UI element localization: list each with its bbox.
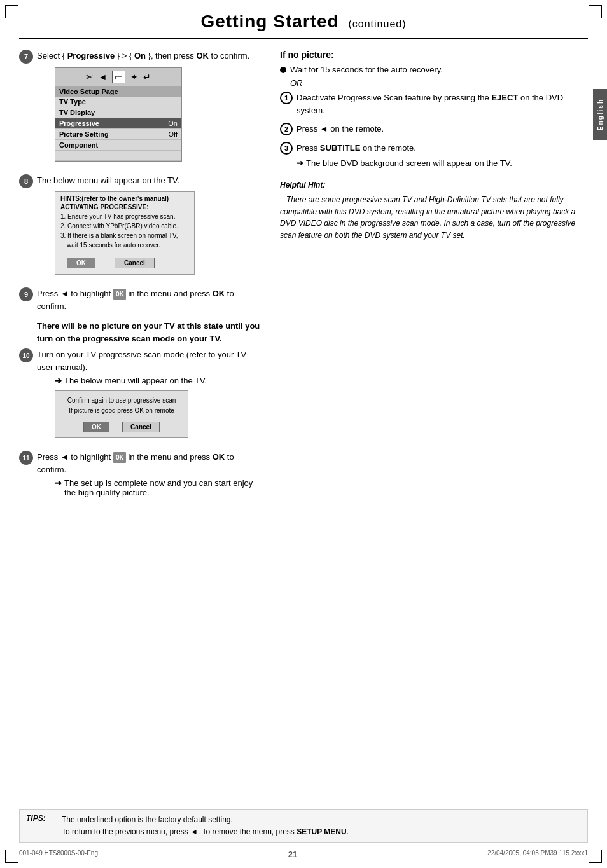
step-11-content: Press ◄ to highlight OK in the menu and …: [37, 451, 261, 497]
right-bullet-1: Wait for 15 seconds for the auto recover…: [280, 65, 588, 74]
step-7: 7 Select { Progressive } > { On }, then …: [19, 50, 261, 167]
footer-center: 21: [288, 850, 297, 859]
or-text: OR: [290, 78, 588, 88]
right-step-3-number: 3: [280, 142, 293, 155]
right-bullet-1-text: Wait for 15 seconds for the auto recover…: [290, 65, 443, 74]
main-content: 7 Select { Progressive } > { On }, then …: [0, 39, 607, 511]
tips-bar: TIPS: The underlined option is the facto…: [19, 809, 588, 843]
right-step-3: 3 Press SUBTITLE on the remote. ➔ The bl…: [280, 142, 588, 169]
step-8: 8 The below menu will appear on the TV. …: [19, 174, 261, 280]
step-7-text: Select { Progressive } > { On }, then pr…: [37, 50, 261, 62]
corner-mark-bl: [5, 850, 18, 863]
warning-text: There will be no picture on your TV at t…: [37, 320, 261, 345]
page-title: Getting Started (continued): [45, 11, 562, 32]
back-icon: ◄: [99, 72, 108, 82]
step-10-content: Turn on your TV progressive scan mode (r…: [37, 348, 261, 443]
footer-left: 001-049 HTS8000S-00-Eng: [19, 850, 98, 859]
right-step-2-number: 2: [280, 123, 293, 135]
hints-line4: wait 15 seconds for auto recover.: [60, 241, 189, 250]
vsp-row-component: Component: [55, 140, 181, 151]
footer-right: 22/04/2005, 04:05 PM39 115 2xxx1: [487, 850, 588, 859]
if-no-picture-title: If no picture:: [280, 50, 588, 60]
step-11-text: Press ◄ to highlight OK in the menu and …: [37, 451, 261, 476]
language-tab: English: [593, 89, 607, 140]
hints-line1: 1. Ensure your TV has progressive scan.: [60, 212, 189, 221]
step-8-content: The below menu will appear on the TV. HI…: [37, 174, 261, 280]
hints-line2: 2. Connect with YPbPr(GBR) video cable.: [60, 222, 189, 231]
step-10: 10 Turn on your TV progressive scan mode…: [19, 348, 261, 443]
left-column: 7 Select { Progressive } > { On }, then …: [19, 50, 261, 505]
step-9-content: Press ◄ to highlight OK in the menu and …: [37, 287, 261, 312]
hints-buttons: OK Cancel: [60, 255, 189, 271]
step-7-number: 7: [19, 50, 33, 64]
arrow-icon-r3: ➔: [297, 157, 304, 170]
arrow-icon-11: ➔: [55, 478, 62, 488]
helpful-hint-title: Helpful Hint:: [280, 179, 588, 191]
right-step-3-arrow: ➔ The blue DVD background screen will ap…: [297, 157, 512, 170]
step-10-number: 10: [19, 348, 33, 362]
step-11-arrow: ➔ The set up is complete now and you can…: [55, 478, 261, 497]
arrow-icon-10: ➔: [55, 376, 62, 385]
step-11-number: 11: [19, 451, 33, 465]
vsp-icon-bar: ✂ ◄ ▭ ✦ ↵: [55, 68, 181, 86]
step-10-arrow: ➔ The below menu will appear on the TV.: [55, 376, 261, 385]
tips-line1: The underlined option is the factory def…: [62, 814, 581, 826]
language-tab-label: English: [597, 99, 604, 130]
hints-cancel-button[interactable]: Cancel: [115, 258, 155, 268]
right-step-2-content: Press ◄ on the remote.: [297, 123, 384, 135]
confirm-ok-button[interactable]: OK: [83, 422, 109, 432]
hints-box: HINTS:(refer to the owner's manual) ACTI…: [55, 191, 195, 275]
step-7-content: Select { Progressive } > { On }, then pr…: [37, 50, 261, 167]
confirm-cancel-button[interactable]: Cancel: [122, 422, 160, 432]
helpful-hint-text: – There are some progressive scan TV and…: [280, 194, 588, 241]
vsp-title: Video Setup Page: [55, 86, 181, 97]
hints-line3: 3. If there is a blank screen on normal …: [60, 231, 189, 240]
right-column: If no picture: Wait for 15 seconds for t…: [274, 50, 588, 505]
scissors-icon: ✂: [86, 72, 94, 82]
step-8-text: The below menu will appear on the TV.: [37, 174, 261, 187]
right-step-2: 2 Press ◄ on the remote.: [280, 123, 588, 135]
tips-line2: To return to the previous menu, press ◄.…: [62, 826, 581, 838]
confirm-line1: Confirm again to use progressive scan: [62, 396, 181, 405]
vsp-row-tvdisplay: TV Display: [55, 107, 181, 118]
step-9: 9 Press ◄ to highlight OK in the menu an…: [19, 287, 261, 312]
return-icon: ↵: [143, 72, 151, 82]
step-8-number: 8: [19, 174, 33, 188]
vsp-rows: TV Type TV Display ProgressiveOn Picture…: [55, 97, 181, 161]
step-10-sub-text: The below menu will appear on the TV.: [64, 376, 207, 385]
hints-title: HINTS:(refer to the owner's manual): [60, 195, 189, 202]
confirm-buttons: OK Cancel: [62, 422, 181, 432]
tips-label: TIPS:: [26, 814, 52, 823]
step-9-text: Press ◄ to highlight OK in the menu and …: [37, 287, 261, 312]
vsp-row-tvtype: TV Type: [55, 97, 181, 107]
confirm-line2: If picture is good press OK on remote: [62, 406, 181, 415]
right-step-1: 1 Deactivate Progressive Scan feature by…: [280, 92, 588, 116]
ok-badge-9: OK: [113, 289, 126, 300]
step-9-number: 9: [19, 287, 33, 301]
star-icon: ✦: [130, 72, 138, 82]
bullet-circle-1: [280, 67, 286, 73]
corner-mark-tl: [5, 5, 18, 18]
hints-ok-button[interactable]: OK: [67, 258, 95, 268]
tips-content: The underlined option is the factory def…: [62, 814, 581, 838]
hints-subtitle: ACTIVATING PROGRESSIVE:: [60, 203, 189, 210]
step-11: 11 Press ◄ to highlight OK in the menu a…: [19, 451, 261, 497]
step-10-text: Turn on your TV progressive scan mode (r…: [37, 348, 261, 373]
page-footer: 001-049 HTS8000S-00-Eng 21 22/04/2005, 0…: [19, 850, 588, 859]
video-setup-menu: ✂ ◄ ▭ ✦ ↵ Video Setup Page TV Type TV Di…: [55, 67, 182, 162]
corner-mark-tr: [589, 5, 602, 18]
right-step-3-content: Press SUBTITLE on the remote. ➔ The blue…: [297, 142, 512, 169]
right-step-1-content: Deactivate Progressive Scan feature by p…: [297, 92, 588, 116]
ok-badge-11: OK: [113, 452, 126, 463]
corner-mark-br: [589, 850, 602, 863]
vsp-row-progressive: ProgressiveOn: [55, 118, 181, 129]
right-step-3-sub-text: The blue DVD background screen will appe…: [306, 157, 512, 170]
vsp-row-empty: [55, 151, 181, 161]
tv-icon: ▭: [112, 71, 125, 83]
page-header: Getting Started (continued): [19, 0, 588, 39]
helpful-hint: Helpful Hint: – There are some progressi…: [280, 179, 588, 242]
vsp-row-picture: Picture SettingOff: [55, 129, 181, 140]
right-step-1-number: 1: [280, 92, 293, 104]
confirm-box: Confirm again to use progressive scan If…: [55, 390, 188, 438]
step-11-sub-text: The set up is complete now and you can s…: [64, 478, 261, 497]
